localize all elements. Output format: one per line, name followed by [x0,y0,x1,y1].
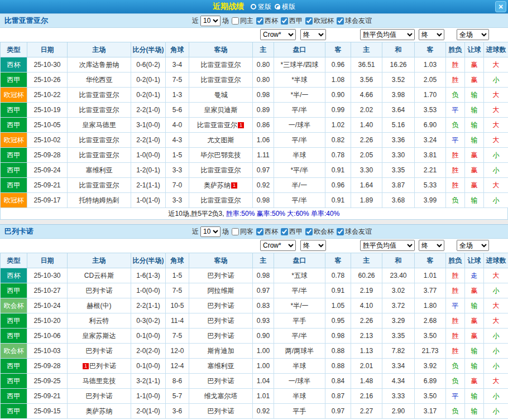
filter-checkbox-3[interactable]: 欧冠杯 [305,16,334,26]
ah-home-odds: 0.92 [253,404,274,419]
eu-draw-odds: 3.36 [382,133,415,148]
league-type-badge: 西甲 [1,283,27,298]
filter-checkbox-0[interactable]: 同主 [232,16,253,26]
checkbox-input[interactable] [232,17,239,25]
column-header: 角球 [166,42,189,57]
full-match-scope-select[interactable]: 全场 [457,29,489,40]
win-draw-lose-avg-select[interactable]: 胜平负均值 [360,29,415,40]
away-team: 皇家贝迪斯 [189,103,253,118]
filter-checkbox-3[interactable]: 欧会杯 [305,227,334,236]
league-type-badge: 西甲 [1,329,27,344]
league-type-badge: 欧会杯 [1,298,27,313]
checkbox-input[interactable] [232,228,239,235]
final-odds-select-1[interactable]: 终 [300,29,326,40]
checkbox-input[interactable] [305,17,313,25]
ah-home-odds: 0.80 [253,73,274,88]
corners: 12-4 [166,359,189,374]
column-header: 和 [382,42,415,57]
score: 1-0(0-0) [131,148,166,163]
away-team: 比雷亚雷亚尔 [189,57,253,73]
match-date: 25-09-24 [27,163,68,178]
win-draw-lose-avg-select[interactable]: 胜平负均值 [360,240,415,251]
eu-draw-odds: 3.98 [382,88,415,103]
full-match-scope-select[interactable]: 全场 [457,240,489,251]
column-header: 类型 [1,42,27,57]
ah-away-odds: 0.99 [325,103,351,118]
checkbox-input[interactable] [305,228,313,235]
red-card-badge: 1 [231,182,237,189]
ah-home-odds: 1.01 [253,389,274,404]
home-team: 利云特 [68,313,131,329]
filter-bar: 近 10 场 同客西杯西甲欧会杯球会友谊 [192,225,372,238]
match-count-select[interactable]: 10 [200,16,221,26]
handicap-result: 输 [465,404,484,419]
match-date: 25-10-30 [27,268,68,283]
vertical-layout-radio-icon[interactable] [251,4,256,9]
goals-over-under: 大 [484,133,508,148]
match-result: 胜 [446,344,465,359]
checkbox-input[interactable] [281,228,288,235]
handicap-line: 平/半 [274,193,325,208]
match-count-select[interactable]: 10 [200,226,221,237]
final-odds-select-2[interactable]: 终 [419,240,444,251]
ah-home-odds: 0.97 [253,283,274,298]
column-header: 日期 [27,253,68,268]
close-icon[interactable]: × [495,1,506,12]
team-name: 比雷亚雷亚尔 [4,16,48,26]
column-header: 主 [351,42,382,57]
match-row: 西甲 25-10-27 巴列卡诺 1-0(0-0) 7-5 阿拉维斯 0.97 … [1,283,508,298]
filter-checkbox-0[interactable]: 同客 [232,227,253,236]
home-team: 皇家马德里 [68,118,131,133]
handicap-result: 赢 [465,148,484,163]
match-date: 25-10-24 [27,298,68,313]
horizontal-layout-label[interactable]: 横版 [282,2,295,12]
handicap-line: 平/半 [274,329,325,344]
match-row: 西甲 25-10-06 皇家苏斯达 0-1(0-0) 7-5 巴列卡诺 0.90… [1,329,508,344]
odds-company-select[interactable]: Crow* [260,29,296,40]
ah-home-odds: 0.98 [253,268,274,283]
column-header: 进球数 [484,253,508,268]
eu-away-odds: 3.53 [415,103,446,118]
filter-checkbox-1[interactable]: 西杯 [256,227,278,236]
checkbox-input[interactable] [256,17,263,25]
eu-home-odds: 60.26 [351,268,382,283]
filter-checkbox-2[interactable]: 西甲 [281,16,303,26]
filter-checkbox-4[interactable]: 球会友谊 [337,16,372,26]
checkbox-input[interactable] [337,228,344,235]
vertical-layout-label[interactable]: 竖版 [258,2,271,12]
match-result: 平 [446,133,465,148]
handicap-line: *五球 [274,268,325,283]
ah-away-odds: 0.88 [325,359,351,374]
final-odds-select-2[interactable]: 终 [419,29,444,40]
handicap-line: *半球 [274,73,325,88]
eu-away-odds: 2.68 [415,313,446,329]
eu-draw-odds: 3.02 [382,283,415,298]
games-label: 场 [222,16,229,26]
final-odds-select-1[interactable]: 终 [300,240,326,251]
score: 0-3(0-2) [131,313,166,329]
filter-checkbox-4[interactable]: 球会友谊 [337,227,372,236]
eu-away-odds: 6.90 [415,118,446,133]
odds-company-select[interactable]: Crow* [260,240,296,251]
goals-over-under: 小 [484,283,508,298]
ah-away-odds: 0.91 [325,283,351,298]
handicap-result: 赢 [465,73,484,88]
ah-away-odds: 0.88 [325,344,351,359]
goals-over-under: 大 [484,178,508,193]
eu-home-odds: 3.30 [351,163,382,178]
horizontal-layout-radio-icon[interactable] [275,4,280,9]
column-header: 角球 [166,253,189,268]
ah-home-odds: 0.89 [253,103,274,118]
handicap-result: 输 [465,359,484,374]
checkbox-input[interactable] [337,17,344,25]
handicap-line: 一/球半 [274,118,325,133]
eu-away-odds: 3.24 [415,133,446,148]
eu-draw-odds: 3.34 [382,359,415,374]
checkbox-input[interactable] [281,17,288,25]
ah-away-odds: 1.02 [325,118,351,133]
handicap-line: 平手 [274,313,325,329]
checkbox-input[interactable] [256,228,263,235]
filter-checkbox-2[interactable]: 西甲 [281,227,303,236]
corners: 3-3 [166,193,189,208]
filter-checkbox-1[interactable]: 西杯 [256,16,278,26]
